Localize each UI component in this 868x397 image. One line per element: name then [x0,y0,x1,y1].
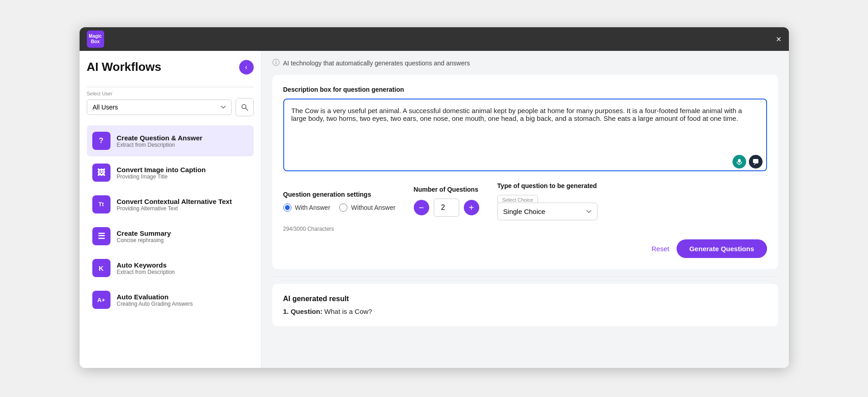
mic-icon [736,159,743,165]
search-button[interactable] [236,98,254,116]
settings-row: Question generation settings With Answer… [283,182,767,220]
panel-body: Description box for question generation … [261,75,789,344]
back-button[interactable]: ‹ [239,60,254,74]
num-questions-group: Number of Questions − + [414,186,479,217]
auto-evaluation-icon: A+ [92,291,110,309]
with-answer-radio[interactable] [283,203,291,212]
panel-header-text: AI technology that automatically generat… [283,60,470,67]
type-label: Type of question to be generated [497,182,767,189]
sidebar-item-create-summary[interactable]: ☰ Create Summary Concise rephrasing [87,221,254,252]
result-label: AI generated result [283,295,767,303]
result-card: AI generated result 1. Question: What is… [272,284,778,326]
chat-icon-btn[interactable] [749,155,763,169]
select-choice-label: Select Choice [497,195,538,203]
result-question-text: What is a Cow? [324,308,372,315]
textarea-wrapper: The Cow is a very useful pet animal. A s… [283,99,767,173]
reset-button[interactable]: Reset [652,245,669,253]
description-textarea[interactable]: The Cow is a very useful pet animal. A s… [283,99,767,171]
sidebar-item-auto-keywords[interactable]: K Auto Keywords Extract from Description [87,253,254,283]
type-group: Type of question to be generated Select … [497,182,767,220]
sidebar: AI Workflows ‹ Select User All Users Use… [80,51,261,368]
logo-area: Magic Box [87,30,104,48]
select-user-label: Select User [87,87,254,96]
sidebar-item-convert-image-title: Convert Image into Caption [117,166,206,174]
magic-box-logo: Magic Box [87,30,104,48]
sidebar-item-create-summary-title: Create Summary [117,229,171,237]
sidebar-item-create-qa[interactable]: ? Create Question & Answer Extract from … [87,125,254,156]
sidebar-item-auto-evaluation[interactable]: A+ Auto Evaluation Creating Auto Grading… [87,284,254,315]
panel-header: ⓘ AI technology that automatically gener… [261,51,789,75]
main-content: AI Workflows ‹ Select User All Users Use… [80,51,789,368]
sidebar-item-convert-image[interactable]: 🖼 Convert Image into Caption Providing I… [87,157,254,188]
chat-icon [753,159,759,165]
close-button[interactable]: × [776,35,782,44]
sidebar-item-create-qa-title: Create Question & Answer [117,134,203,142]
type-select-wrapper: Select Choice Single Choice Multiple Cho… [497,195,767,220]
actions-row: Reset Generate Questions [283,239,767,258]
decrease-num-btn[interactable]: − [414,200,429,215]
num-questions-input[interactable] [434,198,459,217]
search-icon [241,104,248,111]
create-summary-icon: ☰ [92,227,110,245]
with-answer-text: With Answer [295,204,331,211]
sidebar-top: AI Workflows ‹ [87,60,254,81]
main-card: Description box for question generation … [272,75,778,269]
divider [272,276,778,277]
generate-button[interactable]: Generate Questions [677,239,767,258]
without-answer-radio[interactable] [339,203,347,212]
sidebar-item-convert-image-subtitle: Providing Image Title [117,174,206,180]
sidebar-item-convert-alt[interactable]: Tt Convert Contextual Alternative Text P… [87,189,254,220]
sidebar-item-create-qa-subtitle: Extract from Description [117,142,203,148]
result-question-number: 1. Question: [283,308,323,315]
mic-icon-btn[interactable] [733,155,746,169]
num-questions-label: Number of Questions [414,186,479,193]
convert-alt-icon: Tt [92,195,110,213]
sidebar-item-auto-keywords-subtitle: Extract from Description [117,269,175,275]
type-select[interactable]: Single Choice Multiple Choice True/False… [497,203,597,220]
radio-group: With Answer Without Answer [283,203,396,212]
num-controls: − + [414,198,479,217]
svg-rect-4 [753,159,758,163]
svg-rect-2 [738,159,741,163]
svg-line-1 [246,108,248,110]
desc-label: Description box for question generation [283,86,767,93]
title-bar: Magic Box × [80,27,789,51]
increase-num-btn[interactable]: + [464,200,479,215]
user-select[interactable]: All Users User 1 User 2 [87,99,232,115]
create-qa-icon: ? [92,132,110,150]
char-count: 294/3000 Characters [283,226,767,232]
info-icon: ⓘ [272,58,280,68]
auto-keywords-icon: K [92,259,110,277]
textarea-icons [733,155,763,169]
without-answer-label[interactable]: Without Answer [339,203,395,212]
answer-settings-group: Question generation settings With Answer… [283,191,396,212]
result-text: 1. Question: What is a Cow? [283,308,767,315]
sidebar-title: AI Workflows [87,60,161,74]
sidebar-item-convert-alt-subtitle: Providing Alternative Text [117,205,232,212]
sidebar-item-convert-alt-title: Convert Contextual Alternative Text [117,198,232,205]
right-panel: ⓘ AI technology that automatically gener… [261,51,789,368]
sidebar-item-auto-evaluation-title: Auto Evaluation [117,293,193,301]
sidebar-item-auto-keywords-title: Auto Keywords [117,261,175,269]
with-answer-label[interactable]: With Answer [283,203,331,212]
settings-group-label: Question generation settings [283,191,396,198]
user-select-row: All Users User 1 User 2 [87,98,254,116]
convert-image-icon: 🖼 [92,164,110,182]
sidebar-item-auto-evaluation-subtitle: Creating Auto Grading Answers [117,301,193,307]
without-answer-text: Without Answer [351,204,395,211]
sidebar-item-create-summary-subtitle: Concise rephrasing [117,237,171,243]
